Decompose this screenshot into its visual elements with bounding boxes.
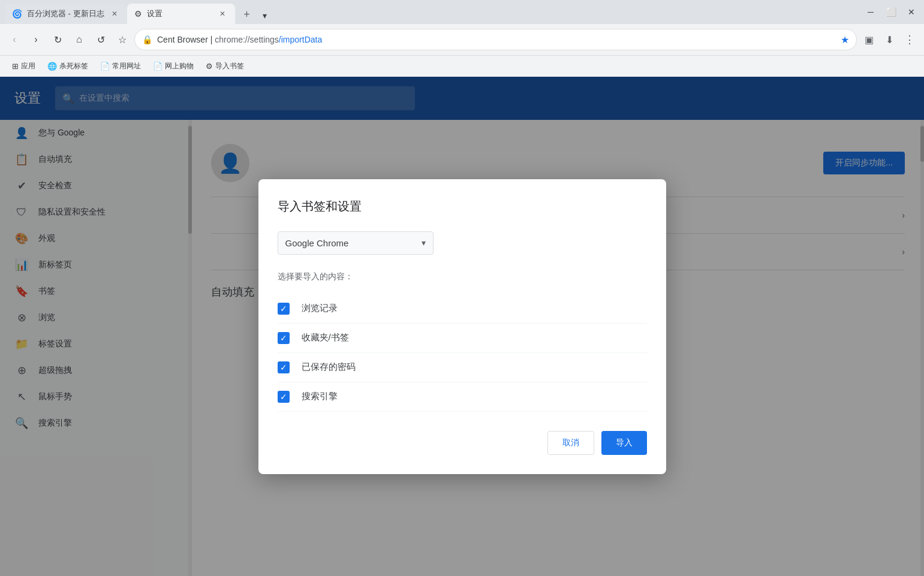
- online-shopping-icon: 📄: [153, 62, 162, 71]
- bookmark-page-button[interactable]: ☆: [113, 30, 132, 49]
- bookmark-apps[interactable]: ⊞ 应用: [7, 59, 40, 74]
- tab-overflow-button[interactable]: ▾: [257, 7, 273, 24]
- restore-button[interactable]: ⬜: [883, 4, 899, 20]
- title-bar: 🌀 百分浏览器 - 更新日志 ✕ ⚙ 设置 ✕ + ▾ ─ ⬜ ✕: [0, 0, 924, 24]
- checkbox-bookmarks[interactable]: ✓: [278, 332, 290, 344]
- dead-tabs-icon: 🌐: [47, 62, 57, 71]
- select-chevron-icon: ▾: [422, 238, 426, 248]
- bookmark-dead-tabs[interactable]: 🌐 杀死标签: [43, 59, 93, 74]
- bookmark-common-sites[interactable]: 📄 常用网址: [95, 59, 146, 74]
- site-name: Cent Browser: [157, 35, 208, 44]
- import-content-label: 选择要导入的内容：: [278, 272, 647, 282]
- checkbox-bookmarks-label: 收藏夹/书签: [302, 332, 349, 343]
- checkmark-search: ✓: [280, 393, 287, 401]
- import-dialog: 导入书签和设置 Google Chrome ▾ 选择要导入的内容： ✓ 浏览记录…: [258, 179, 666, 474]
- dialog-title: 导入书签和设置: [278, 198, 647, 215]
- checkmark-history: ✓: [280, 304, 287, 313]
- url-path: settings: [250, 35, 279, 44]
- tab2-title: 设置: [147, 8, 212, 19]
- browser-menu-button[interactable]: ⋮: [900, 30, 919, 49]
- reload-button[interactable]: ↻: [48, 30, 67, 49]
- bookmark-online-shopping-label: 网上购物: [165, 61, 194, 71]
- forward-button[interactable]: ›: [26, 30, 46, 49]
- tab-update-log[interactable]: 🌀 百分浏览器 - 更新日志 ✕: [5, 4, 127, 24]
- minimize-button[interactable]: ─: [863, 4, 878, 20]
- bookmark-common-sites-label: 常用网址: [112, 61, 141, 71]
- site-label: Cent Browser | chrome://settings/importD…: [157, 35, 836, 44]
- bookmark-online-shopping[interactable]: 📄 网上购物: [148, 59, 198, 74]
- bookmark-import[interactable]: ⚙ 导入书签: [201, 59, 249, 74]
- checkbox-passwords[interactable]: ✓: [278, 361, 290, 373]
- modal-overlay: 导入书签和设置 Google Chrome ▾ 选择要导入的内容： ✓ 浏览记录…: [0, 77, 924, 576]
- screenshot-button[interactable]: ▣: [859, 30, 878, 49]
- common-sites-icon: 📄: [100, 62, 110, 71]
- close-button[interactable]: ✕: [904, 4, 919, 20]
- site-icon: 🔒: [142, 35, 152, 44]
- url-star-icon[interactable]: ★: [841, 34, 849, 46]
- checkbox-row-history: ✓ 浏览记录: [278, 294, 647, 324]
- url-highlight: /importData: [279, 35, 322, 44]
- url-scheme: chrome://: [215, 35, 249, 44]
- checkbox-row-passwords: ✓ 已保存的密码: [278, 353, 647, 382]
- tab1-icon: 🌀: [12, 9, 22, 19]
- import-bookmarks-icon: ⚙: [206, 62, 213, 71]
- browser-select-dropdown[interactable]: Google Chrome ▾: [278, 231, 434, 255]
- home-button[interactable]: ⌂: [70, 30, 89, 49]
- tab1-title: 百分浏览器 - 更新日志: [27, 8, 104, 19]
- browser-select-value: Google Chrome: [285, 238, 349, 248]
- import-button[interactable]: 导入: [601, 431, 647, 455]
- checkbox-search-label: 搜索引擎: [302, 391, 338, 402]
- undo-button[interactable]: ↺: [91, 30, 110, 49]
- checkbox-search[interactable]: ✓: [278, 391, 290, 403]
- back-button[interactable]: ‹: [5, 30, 24, 49]
- tab-settings[interactable]: ⚙ 设置 ✕: [127, 4, 235, 24]
- address-bar: ‹ › ↻ ⌂ ↺ ☆ 🔒 Cent Browser | chrome://se…: [0, 24, 924, 55]
- address-actions: ▣ ⬇ ⋮: [859, 30, 919, 49]
- tab2-icon: ⚙: [134, 9, 142, 19]
- apps-icon: ⊞: [12, 62, 19, 71]
- dialog-actions: 取消 导入: [278, 431, 647, 455]
- tab1-close[interactable]: ✕: [109, 8, 120, 19]
- url-bar[interactable]: 🔒 Cent Browser | chrome://settings/impor…: [134, 29, 857, 50]
- download-button[interactable]: ⬇: [880, 30, 899, 49]
- checkbox-passwords-label: 已保存的密码: [302, 361, 356, 373]
- checkbox-history[interactable]: ✓: [278, 303, 290, 315]
- bookmark-dead-tabs-label: 杀死标签: [59, 61, 88, 71]
- cancel-button[interactable]: 取消: [547, 431, 594, 455]
- checkbox-row-search: ✓ 搜索引擎: [278, 382, 647, 412]
- checkbox-history-label: 浏览记录: [302, 303, 338, 314]
- checkbox-row-bookmarks: ✓ 收藏夹/书签: [278, 324, 647, 353]
- tabs-area: 🌀 百分浏览器 - 更新日志 ✕ ⚙ 设置 ✕ + ▾: [5, 0, 273, 24]
- window-controls: ─ ⬜ ✕: [863, 4, 919, 20]
- checkmark-passwords: ✓: [280, 363, 287, 372]
- new-tab-button[interactable]: +: [237, 5, 257, 24]
- bookmark-apps-label: 应用: [21, 61, 35, 71]
- bookmarks-bar: ⊞ 应用 🌐 杀死标签 📄 常用网址 📄 网上购物 ⚙ 导入书签: [0, 55, 924, 77]
- checkmark-bookmarks: ✓: [280, 334, 287, 342]
- bookmark-import-label: 导入书签: [215, 61, 244, 71]
- page: 设置 🔍 在设置中搜索 👤 您与 Google 📋 自动填充 ✔ 安全检查 🛡 …: [0, 77, 924, 576]
- tab2-close[interactable]: ✕: [217, 8, 228, 19]
